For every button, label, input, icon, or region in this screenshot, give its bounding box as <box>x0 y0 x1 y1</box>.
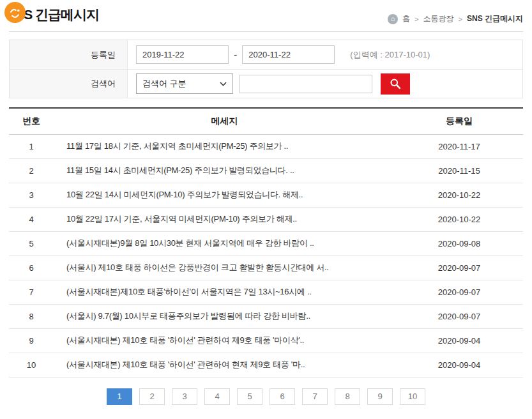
table-row: 3 10월 22일 14시 미세먼지(PM-10) 주의보가 발령되었습니다. … <box>9 183 523 207</box>
table-header-row: 번호 메세지 등록일 <box>9 108 523 134</box>
breadcrumb-separator: > <box>414 15 418 23</box>
row-number: 6 <box>9 255 54 280</box>
page-button[interactable]: 2 <box>139 388 165 405</box>
row-number: 2 <box>9 158 54 183</box>
row-message-link[interactable]: 11월 17일 18시 기준, 서울지역 초미세먼지(PM-25) 주의보가 .… <box>54 134 395 158</box>
table-row: 2 11월 15일 14시 초미세먼지(PM-25) 주의보가 발령되었습니다.… <box>9 158 523 183</box>
page-button[interactable]: 3 <box>172 388 197 405</box>
table-row: 6 (서울시) 제10호 태풍 하이선은 강풍반경이 크고 활발한 활동시간대에… <box>9 255 523 280</box>
row-message-link[interactable]: (서울시재대본) 제10호 태풍 '하이선' 관련하여 제9호 태풍 '마이삭'… <box>54 328 395 353</box>
row-date: 2020-09-07 <box>395 280 523 304</box>
column-header-date: 등록일 <box>395 108 523 134</box>
row-number: 7 <box>9 280 54 304</box>
row-message-link[interactable]: (서울시) 9.7(월) 10시부로 태풍주의보가 발령됨에 따라 강한 비바람… <box>54 304 395 328</box>
breadcrumb-item-plaza[interactable]: 소통광장 <box>423 13 454 24</box>
row-date: 2020-10-22 <box>395 207 523 231</box>
table-row: 8 (서울시) 9.7(월) 10시부로 태풍주의보가 발령됨에 따라 강한 비… <box>9 304 523 328</box>
page-button[interactable]: 9 <box>367 388 393 405</box>
search-icon <box>390 78 401 89</box>
message-table: 번호 메세지 등록일 1 11월 17일 18시 기준, 서울지역 초미세먼지(… <box>9 107 523 377</box>
date-filter-label: 등록일 <box>10 40 128 69</box>
date-from-input[interactable] <box>136 45 229 64</box>
row-number: 4 <box>9 207 54 231</box>
page-button[interactable]: 7 <box>302 388 328 405</box>
row-message-link[interactable]: (서울시재대본)제10호 태풍'하이선'이 서울지역은 7일 13시~16시에 … <box>54 280 395 304</box>
row-number: 3 <box>9 183 54 207</box>
row-date: 2020-09-04 <box>395 353 523 377</box>
pagination: 1 2 3 4 5 6 7 8 9 10 <box>0 388 532 405</box>
search-form: 등록일 - (입력예 : 2017-10-01) 검색어 검색어 구분 <box>9 40 523 98</box>
seoul-logo-icon <box>4 2 26 23</box>
page-button[interactable]: 10 <box>400 388 425 405</box>
keyword-filter-label: 검색어 <box>10 70 128 98</box>
page-button[interactable]: 8 <box>335 388 360 405</box>
keyword-filter-row: 검색어 검색어 구분 <box>10 69 522 98</box>
row-date: 2020-10-22 <box>395 183 523 207</box>
keyword-input[interactable] <box>239 75 372 93</box>
home-icon[interactable]: ⌂ <box>388 14 398 24</box>
table-row: 10 (서울시재대본) 제10호 태풍 '하이선' 관련하여 현재 제9호 태풍… <box>9 353 523 377</box>
page-button[interactable]: 4 <box>204 388 230 405</box>
search-button[interactable] <box>381 73 410 95</box>
row-message-link[interactable]: (서울시재대본)9월 8일 10시30분 현재 서울지역에 매우 강한 바람이 … <box>54 231 395 255</box>
row-number: 9 <box>9 328 54 353</box>
page-button[interactable]: 6 <box>270 388 295 405</box>
row-number: 10 <box>9 353 54 377</box>
table-row: 5 (서울시재대본)9월 8일 10시30분 현재 서울지역에 매우 강한 바람… <box>9 231 523 255</box>
column-header-no: 번호 <box>9 108 54 134</box>
table-body: 1 11월 17일 18시 기준, 서울지역 초미세먼지(PM-25) 주의보가… <box>9 134 523 377</box>
chevron-down-icon <box>220 82 227 86</box>
row-date: 2020-09-07 <box>395 304 523 328</box>
row-message-link[interactable]: 10월 22일 17시 기준, 서울지역 미세먼지(PM-10) 주의보가 해제… <box>54 207 395 231</box>
keyword-type-select[interactable]: 검색어 구분 <box>136 73 233 94</box>
breadcrumb-item-home[interactable]: 홈 <box>402 13 410 24</box>
table-row: 9 (서울시재대본) 제10호 태풍 '하이선' 관련하여 제9호 태풍 '마이… <box>9 328 523 353</box>
row-date: 2020-09-07 <box>395 255 523 280</box>
row-message-link[interactable]: (서울시) 제10호 태풍 하이선은 강풍반경이 크고 활발한 활동시간대에 서… <box>54 255 395 280</box>
breadcrumb-separator: > <box>459 15 462 23</box>
date-to-input[interactable] <box>242 45 335 64</box>
table-row: 1 11월 17일 18시 기준, 서울지역 초미세먼지(PM-25) 주의보가… <box>9 134 523 158</box>
date-filter-row: 등록일 - (입력예 : 2017-10-01) <box>10 40 522 69</box>
row-date: 2020-09-08 <box>395 231 523 255</box>
row-message-link[interactable]: (서울시재대본) 제10호 태풍 '하이선' 관련하여 현재 제9호 태풍 '마… <box>54 353 395 377</box>
page-button[interactable]: 1 <box>107 388 132 405</box>
row-message-link[interactable]: 10월 22일 14시 미세먼지(PM-10) 주의보가 발령되었습니다. 해제… <box>54 183 395 207</box>
date-range-dash: - <box>234 49 237 61</box>
page-button[interactable]: 5 <box>237 388 262 405</box>
row-date: 2020-11-15 <box>395 158 523 183</box>
breadcrumb-current: SNS 긴급메시지 <box>467 13 523 24</box>
breadcrumb: ⌂ 홈 > 소통광장 > SNS 긴급메시지 <box>388 13 523 24</box>
keyword-type-selected-value: 검색어 구분 <box>142 78 186 89</box>
row-date: 2020-09-04 <box>395 328 523 353</box>
column-header-message: 메세지 <box>54 108 395 134</box>
row-number: 8 <box>9 304 54 328</box>
table-row: 7 (서울시재대본)제10호 태풍'하이선'이 서울지역은 7일 13시~16시… <box>9 280 523 304</box>
row-date: 2020-11-17 <box>395 134 523 158</box>
row-message-link[interactable]: 11월 15일 14시 초미세먼지(PM-25) 주의보가 발령되었습니다. .… <box>54 158 395 183</box>
table-row: 4 10월 22일 17시 기준, 서울지역 미세먼지(PM-10) 주의보가 … <box>9 207 523 231</box>
row-number: 5 <box>9 231 54 255</box>
page-header: SNS 긴급메시지 ⌂ 홈 > 소통광장 > SNS 긴급메시지 <box>9 0 523 32</box>
date-format-hint: (입력예 : 2017-10-01) <box>350 49 430 61</box>
row-number: 1 <box>9 134 54 158</box>
